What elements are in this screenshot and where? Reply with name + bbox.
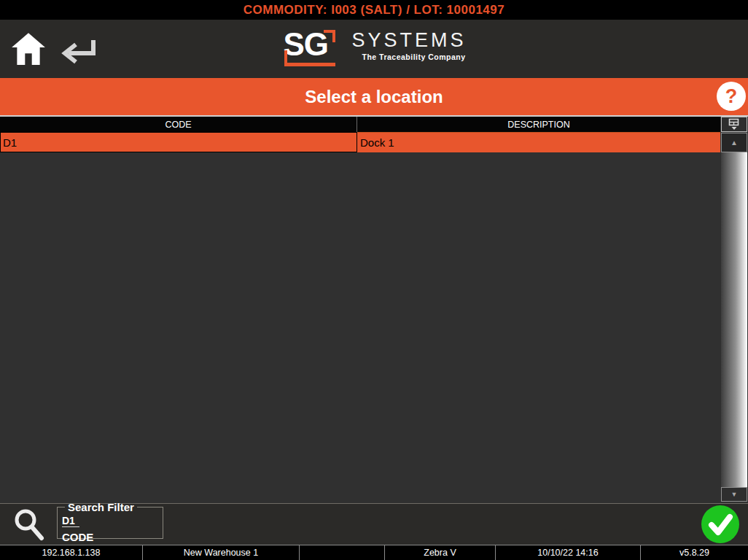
status-bar: 192.168.1.138 New Warehouse 1 Zebra V 10… [0, 545, 748, 560]
logo-systems-text: SYSTEMS [351, 30, 466, 50]
checkmark-icon [701, 505, 739, 543]
commodity-lot-bar: COMMODITY: I003 (SALT) / LOT: 10001497 [0, 0, 748, 20]
app-header: SG SYSTEMS The Traceability Company [0, 20, 748, 78]
sg-systems-logo: SG SYSTEMS The Traceability Company [0, 27, 748, 72]
app-window: COMMODITY: I003 (SALT) / LOT: 10001497 S… [0, 0, 748, 560]
row-code-cell[interactable]: D1 [0, 132, 357, 152]
row-description-cell[interactable]: Dock 1 [357, 132, 720, 152]
arrow-down-icon: ▼ [731, 491, 738, 498]
search-icon [12, 508, 47, 542]
scrollbar-down-button[interactable]: ▼ [721, 487, 747, 502]
page-title: Select a location [305, 87, 443, 107]
status-empty [300, 545, 385, 560]
scrollbar-up-button[interactable]: ▲ [721, 133, 747, 152]
logo-sg-mark: SG [281, 27, 344, 71]
arrow-up-icon: ▲ [731, 139, 738, 147]
column-header-code[interactable]: CODE [0, 117, 357, 132]
logo-tagline-text: The Traceability Company [362, 52, 466, 61]
grid-header-row: CODE DESCRIPTION [0, 117, 720, 132]
bottom-toolbar: Search Filter D1 CODE [0, 503, 748, 545]
search-filter-column[interactable]: CODE [62, 531, 158, 543]
column-header-description[interactable]: DESCRIPTION [357, 117, 720, 132]
commodity-lot-text: COMMODITY: I003 (SALT) / LOT: 10001497 [244, 3, 504, 18]
status-version: v5.8.29 [641, 545, 748, 560]
status-device: Zebra V [385, 545, 496, 560]
table-row[interactable]: D1 Dock 1 [0, 132, 720, 152]
grid-options-button[interactable] [721, 117, 747, 132]
question-mark-icon: ? [725, 87, 738, 106]
search-filter-group: Search Filter D1 CODE [57, 501, 163, 539]
search-filter-input[interactable]: D1 [62, 516, 79, 527]
logo-bracket-bottom-icon [284, 50, 335, 66]
status-warehouse: New Warehouse 1 [143, 545, 300, 560]
grid-options-icon [728, 118, 741, 131]
search-button[interactable] [12, 508, 47, 545]
help-button[interactable]: ? [717, 82, 746, 111]
scrollbar-thumb[interactable] [721, 152, 747, 487]
status-ip-address: 192.168.1.138 [0, 545, 143, 560]
status-datetime: 10/10/22 14:16 [496, 545, 641, 560]
search-filter-legend: Search Filter [65, 501, 137, 513]
page-banner: Select a location ? [0, 78, 748, 115]
logo-bracket-top-icon [324, 30, 335, 42]
confirm-button[interactable] [701, 505, 739, 543]
logo-wordmark: SYSTEMS The Traceability Company [351, 27, 466, 61]
